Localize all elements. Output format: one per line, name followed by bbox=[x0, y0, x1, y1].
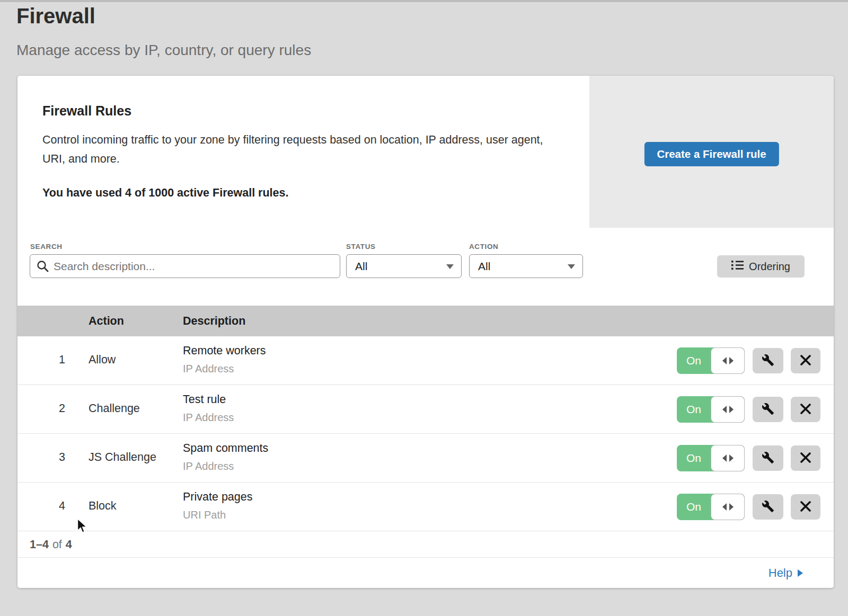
caret-right-icon bbox=[798, 569, 803, 577]
pagination-row: 1–4 of 4 bbox=[17, 532, 834, 558]
rule-description: Remote workers bbox=[183, 344, 266, 358]
rule-enabled-toggle[interactable]: On bbox=[677, 445, 745, 471]
help-link-label: Help bbox=[768, 566, 792, 580]
table-row: 4 Block Private pages URI Path On bbox=[17, 483, 834, 531]
status-selected-value: All bbox=[355, 260, 367, 273]
status-select[interactable]: All bbox=[346, 254, 462, 278]
firewall-rules-card: Firewall Rules Control incoming traffic … bbox=[17, 76, 834, 588]
edit-rule-button[interactable] bbox=[753, 397, 783, 422]
arrow-right-icon bbox=[729, 503, 734, 511]
chevron-down-icon bbox=[568, 264, 575, 269]
rule-action: Block bbox=[89, 499, 117, 513]
usage-summary: You have used 4 of 1000 active Firewall … bbox=[42, 186, 558, 200]
card-top-section: Firewall Rules Control incoming traffic … bbox=[17, 76, 834, 228]
card-description: Control incoming traffic to your zone by… bbox=[42, 130, 551, 168]
table-row: 1 Allow Remote workers IP Address On bbox=[17, 336, 834, 385]
rule-action: Challenge bbox=[89, 402, 140, 415]
toggle-handle[interactable] bbox=[711, 347, 745, 374]
edit-rule-button[interactable] bbox=[753, 494, 783, 520]
arrow-left-icon bbox=[722, 454, 727, 462]
rule-priority: 1 bbox=[51, 353, 73, 367]
rule-controls: On bbox=[677, 347, 820, 374]
wrench-icon bbox=[762, 451, 774, 466]
column-header-action: Action bbox=[89, 315, 124, 328]
rule-description: Private pages bbox=[183, 490, 252, 504]
rule-description: Test rule bbox=[183, 393, 226, 406]
arrow-left-icon bbox=[722, 503, 727, 511]
table-header: Action Description bbox=[17, 306, 834, 336]
page-title: Firewall bbox=[16, 4, 311, 28]
rule-priority: 4 bbox=[51, 499, 73, 513]
edit-rule-button[interactable] bbox=[753, 445, 783, 471]
table-row: 2 Challenge Test rule IP Address On bbox=[17, 385, 834, 434]
close-icon bbox=[800, 501, 811, 514]
rule-match-type: URI Path bbox=[183, 509, 226, 521]
rule-controls: On bbox=[677, 445, 820, 471]
toggle-on-label: On bbox=[677, 396, 711, 423]
page-subtitle: Manage access by IP, country, or query r… bbox=[16, 42, 311, 59]
ordering-button-label: Ordering bbox=[749, 261, 790, 273]
chevron-down-icon bbox=[446, 264, 454, 269]
rule-priority: 3 bbox=[51, 451, 73, 464]
action-selected-value: All bbox=[478, 260, 490, 273]
rule-enabled-toggle[interactable]: On bbox=[677, 347, 745, 374]
page-header: Firewall Manage access by IP, country, o… bbox=[16, 4, 311, 59]
rule-priority: 2 bbox=[51, 402, 73, 415]
toggle-handle[interactable] bbox=[711, 445, 745, 471]
pagination-range: 1–4 bbox=[30, 538, 49, 551]
create-rule-panel: Create a Firewall rule bbox=[589, 76, 834, 228]
close-icon bbox=[800, 403, 811, 416]
window-top-edge bbox=[0, 0, 848, 2]
toggle-on-label: On bbox=[677, 445, 711, 471]
ordering-button[interactable]: Ordering bbox=[717, 255, 805, 278]
toggle-handle[interactable] bbox=[711, 396, 745, 423]
toggle-handle[interactable] bbox=[711, 494, 745, 520]
close-icon bbox=[800, 452, 811, 465]
wrench-icon bbox=[762, 354, 774, 368]
help-link[interactable]: Help bbox=[768, 566, 803, 580]
filters-section: SEARCH STATUS All ACTION All bbox=[17, 228, 834, 306]
column-header-description: Description bbox=[183, 315, 245, 328]
arrow-left-icon bbox=[722, 406, 727, 413]
search-input[interactable] bbox=[30, 254, 340, 278]
rule-enabled-toggle[interactable]: On bbox=[677, 396, 745, 423]
rule-controls: On bbox=[677, 494, 820, 520]
arrow-left-icon bbox=[722, 357, 727, 364]
action-select[interactable]: All bbox=[469, 254, 583, 278]
rule-match-type: IP Address bbox=[183, 460, 234, 472]
search-label: SEARCH bbox=[30, 243, 63, 251]
action-label: ACTION bbox=[469, 243, 498, 251]
rule-controls: On bbox=[677, 396, 820, 423]
delete-rule-button[interactable] bbox=[791, 494, 820, 520]
wrench-icon bbox=[762, 500, 774, 514]
delete-rule-button[interactable] bbox=[791, 445, 820, 471]
toggle-on-label: On bbox=[677, 494, 711, 520]
search-icon bbox=[37, 260, 49, 274]
rule-action: JS Challenge bbox=[89, 451, 156, 464]
rule-enabled-toggle[interactable]: On bbox=[677, 494, 745, 520]
card-heading: Firewall Rules bbox=[42, 103, 558, 119]
wrench-icon bbox=[762, 403, 774, 417]
help-row: Help bbox=[17, 558, 834, 588]
edit-rule-button[interactable] bbox=[753, 348, 783, 373]
delete-rule-button[interactable] bbox=[791, 348, 820, 373]
pagination-of: of bbox=[49, 538, 66, 551]
rule-action: Allow bbox=[89, 353, 116, 367]
create-firewall-rule-button[interactable]: Create a Firewall rule bbox=[644, 142, 779, 166]
arrow-right-icon bbox=[729, 357, 734, 364]
search-field-wrap bbox=[30, 254, 340, 278]
toggle-on-label: On bbox=[677, 347, 711, 374]
pagination-total: 4 bbox=[66, 538, 72, 551]
intro-section: Firewall Rules Control incoming traffic … bbox=[17, 76, 589, 228]
arrow-right-icon bbox=[729, 454, 734, 462]
status-label: STATUS bbox=[346, 243, 376, 251]
rule-match-type: IP Address bbox=[183, 363, 234, 375]
rule-match-type: IP Address bbox=[183, 412, 234, 424]
table-row: 3 JS Challenge Spam comments IP Address … bbox=[17, 434, 834, 483]
rule-description: Spam comments bbox=[183, 442, 268, 455]
arrow-right-icon bbox=[729, 406, 734, 413]
close-icon bbox=[800, 354, 811, 368]
ordered-list-icon bbox=[731, 260, 744, 273]
delete-rule-button[interactable] bbox=[791, 397, 820, 422]
